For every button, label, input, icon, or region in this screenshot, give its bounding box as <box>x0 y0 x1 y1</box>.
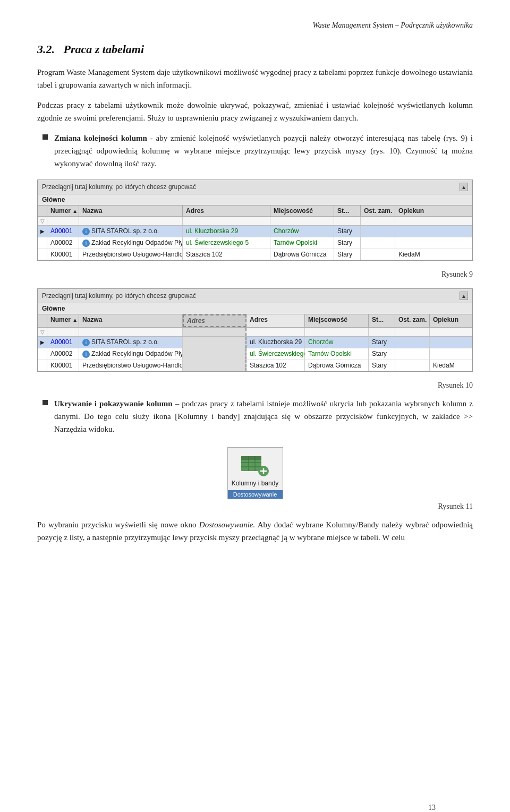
ts10-row-3[interactable]: K00001 Przedsiębiorstwo Usługowo-Handlow… <box>38 360 472 371</box>
bullet1-term: Zmiana kolejności kolumn <box>54 134 147 142</box>
ts9-filter-row: ▽ <box>38 217 472 226</box>
page-number: 13 <box>428 804 436 812</box>
svg-rect-1 <box>241 456 261 460</box>
dostosowywanie-button[interactable]: Kolumny i bandy Dostosowywanie <box>227 447 283 499</box>
paragraph-3: Po wybraniu przycisku wyświetli się nowe… <box>37 518 473 544</box>
bullet-text-1: Zmiana kolejności kolumn - aby zmienić k… <box>54 132 473 170</box>
ts9-row-1[interactable]: ▶ A00001 iSITA STAROL sp. z o.o. ul. Klu… <box>38 226 472 237</box>
ts9-scroll[interactable]: ▲ <box>460 183 468 191</box>
section-title: 3.2. Praca z tabelami <box>37 42 473 56</box>
ts9-col-headers: Numer ▲ Nazwa Adres Miejscowość St... Os… <box>38 206 472 217</box>
table-screenshot-9: Przeciągnij tutaj kolumny, po których ch… <box>37 180 473 261</box>
table-screenshot-10: Przeciągnij tutaj kolumny, po których ch… <box>37 288 473 372</box>
ts9-row-3[interactable]: K00001 Przedsiębiorstwo Usługowo-Handlow… <box>38 249 472 260</box>
header-title: Waste Management System – Podręcznik uży… <box>312 21 473 29</box>
ts10-header: Przeciągnij tutaj kolumny, po których ch… <box>38 289 472 303</box>
section-title-text: Praca z tabelami <box>64 42 144 56</box>
paragraph-2: Podczas pracy z tabelami użytkownik może… <box>37 99 473 124</box>
page-header: Waste Management System – Podręcznik uży… <box>37 21 473 30</box>
paragraph-1: Program Waste Management System daje uży… <box>37 66 473 91</box>
ts9-subheader: Główne <box>38 194 472 206</box>
bullet2-term: Ukrywanie i pokazywanie kolumn <box>54 399 173 408</box>
ts10-col-headers: Numer ▲ Nazwa Adres Adres Miejscowość St… <box>38 314 472 328</box>
ts10-row-2[interactable]: A00002 iZakład Recyklingu Odpadów Płynny… <box>38 348 472 360</box>
fig9-caption: Rysunek 9 <box>37 270 473 279</box>
fig11-caption: Rysunek 11 <box>37 502 473 511</box>
ts9-header: Przeciągnij tutaj kolumny, po których ch… <box>38 180 472 194</box>
bullet-square-1 <box>42 134 48 140</box>
ts10-filter-row: ▽ <box>38 328 472 337</box>
ts10-scroll[interactable]: ▲ <box>460 292 468 300</box>
fig10-caption: Rysunek 10 <box>37 381 473 390</box>
bullet-text-2: Ukrywanie i pokazywanie kolumn – podczas… <box>54 397 473 435</box>
bullet-item-1: Zmiana kolejności kolumn - aby zmienić k… <box>37 132 473 170</box>
ts9-row-2[interactable]: A00002 iZakład Recyklingu Odpadów Płynny… <box>38 237 472 249</box>
section-number: 3.2. <box>37 42 55 56</box>
icon-button-label: Kolumny i bandy <box>231 480 279 488</box>
icon-button-container: Kolumny i bandy Dostosowywanie <box>37 447 473 499</box>
ts10-row-1[interactable]: ▶ A00001 iSITA STAROL sp. z o.o. ul. Klu… <box>38 337 472 348</box>
columns-bands-icon <box>239 452 271 477</box>
bullet-square-2 <box>42 400 48 405</box>
icon-button-sub: Dostosowywanie <box>228 490 283 499</box>
ts10-subheader: Główne <box>38 303 472 314</box>
bullet-item-2: Ukrywanie i pokazywanie kolumn – podczas… <box>37 397 473 435</box>
